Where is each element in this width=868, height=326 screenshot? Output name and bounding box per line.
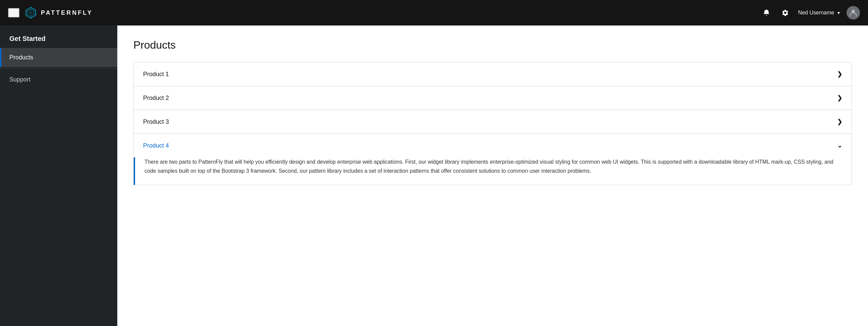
accordion-title-product2: Product 2	[143, 95, 169, 101]
accordion-body-product4: There are two parts to PatternFly that w…	[134, 157, 851, 185]
accordion-item-product2: Product 2 ❯	[134, 86, 851, 110]
avatar-icon	[848, 8, 858, 18]
accordion-header-product4[interactable]: Product 4 ⌄	[134, 134, 851, 157]
accordion-chevron-product3: ❯	[837, 118, 842, 125]
avatar[interactable]	[846, 6, 860, 20]
main-content: Products Product 1 ❯ Product 2 ❯ Product	[117, 26, 868, 326]
sidebar-item-support[interactable]: Support	[0, 70, 117, 89]
settings-button[interactable]	[779, 7, 791, 19]
sidebar-section-title: Get Started	[0, 28, 117, 48]
user-name: Ned Username	[798, 10, 834, 16]
topnav-left: PATTERNFLY	[8, 7, 761, 19]
accordion-chevron-down-product4: ⌄	[837, 142, 842, 149]
brand-name: PATTERNFLY	[41, 9, 93, 17]
products-accordion: Product 1 ❯ Product 2 ❯ Product 3 ❯	[133, 62, 852, 185]
layout: Get Started Products Support Products Pr…	[0, 26, 868, 326]
topnav-right: Ned Username ▾	[761, 6, 860, 20]
user-menu[interactable]: Ned Username ▾	[798, 10, 840, 16]
accordion-item-product4: Product 4 ⌄ There are two parts to Patte…	[134, 134, 851, 185]
accordion-title-product1: Product 1	[143, 71, 169, 78]
brand: PATTERNFLY	[25, 7, 93, 19]
user-menu-chevron-icon: ▾	[837, 10, 840, 16]
top-navigation: PATTERNFLY Ned Username ▾	[0, 0, 868, 26]
sidebar-divider	[0, 68, 117, 69]
accordion-chevron-product1: ❯	[837, 70, 842, 78]
hamburger-menu-button[interactable]	[8, 8, 20, 18]
brand-logo	[25, 7, 37, 19]
sidebar-item-products[interactable]: Products	[0, 48, 117, 67]
accordion-title-product3: Product 3	[143, 118, 169, 125]
sidebar-item-support-label: Support	[9, 76, 31, 83]
accordion-header-product3[interactable]: Product 3 ❯	[134, 110, 851, 134]
accordion-item-product1: Product 1 ❯	[134, 62, 851, 86]
notifications-button[interactable]	[761, 7, 773, 19]
page-title: Products	[133, 39, 852, 51]
accordion-chevron-product2: ❯	[837, 94, 842, 101]
accordion-title-product4: Product 4	[143, 142, 169, 149]
bell-icon	[763, 9, 770, 17]
accordion-header-product2[interactable]: Product 2 ❯	[134, 86, 851, 110]
accordion-item-product3: Product 3 ❯	[134, 110, 851, 134]
accordion-body-text-product4: There are two parts to PatternFly that w…	[145, 157, 842, 175]
sidebar-item-products-label: Products	[9, 54, 33, 61]
gear-icon	[781, 9, 789, 17]
accordion-header-product1[interactable]: Product 1 ❯	[134, 62, 851, 86]
sidebar: Get Started Products Support	[0, 26, 117, 326]
